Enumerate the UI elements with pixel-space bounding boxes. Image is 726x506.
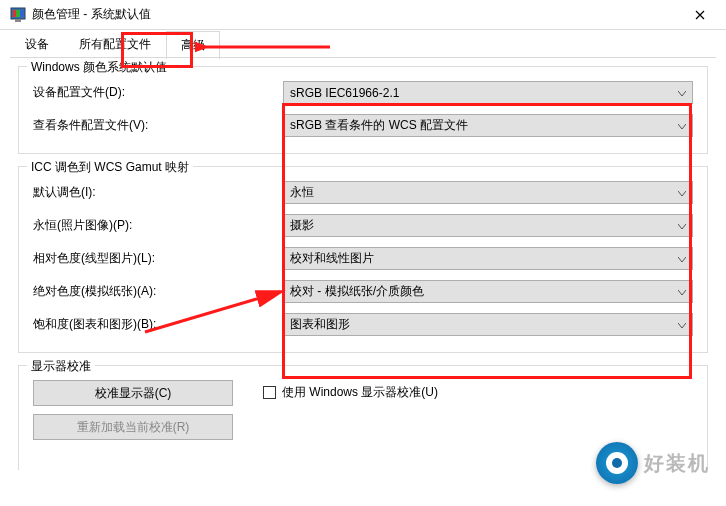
- legend-icc-gamut: ICC 调色到 WCS Gamut 映射: [27, 159, 193, 176]
- label-device-profile: 设备配置文件(D):: [33, 84, 283, 101]
- label-sat: 饱和度(图表和图形)(B):: [33, 316, 283, 333]
- tab-devices[interactable]: 设备: [10, 30, 64, 58]
- use-windows-calib-checkbox[interactable]: [263, 386, 276, 399]
- label-perm-photo: 永恒(照片图像)(P):: [33, 217, 283, 234]
- dropdown-default-intent[interactable]: 永恒: [283, 181, 693, 204]
- dropdown-perm-photo-value: 摄影: [290, 217, 314, 234]
- svg-rect-3: [16, 10, 20, 17]
- app-icon: [10, 7, 26, 23]
- tab-strip: 设备 所有配置文件 高级: [0, 30, 726, 58]
- chevron-down-icon: [678, 219, 686, 233]
- watermark-text: 好装机: [644, 450, 710, 477]
- window-title: 颜色管理 - 系统默认值: [32, 6, 677, 23]
- chevron-down-icon: [678, 186, 686, 200]
- dropdown-view-cond-value: sRGB 查看条件的 WCS 配置文件: [290, 117, 468, 134]
- dropdown-abs-col-value: 校对 - 模拟纸张/介质颜色: [290, 283, 424, 300]
- tab-underline: [10, 57, 716, 58]
- fieldset-wcs-defaults: Windows 颜色系统默认值 设备配置文件(D): sRGB IEC61966…: [18, 66, 708, 154]
- watermark-logo: [596, 442, 638, 484]
- chevron-down-icon: [678, 318, 686, 332]
- close-icon: [695, 10, 705, 20]
- use-windows-calib-label: 使用 Windows 显示器校准(U): [282, 384, 438, 401]
- dropdown-device-profile[interactable]: sRGB IEC61966-2.1: [283, 81, 693, 104]
- dropdown-view-cond[interactable]: sRGB 查看条件的 WCS 配置文件: [283, 114, 693, 137]
- content-area: Windows 颜色系统默认值 设备配置文件(D): sRGB IEC61966…: [0, 58, 726, 490]
- svg-rect-2: [13, 10, 16, 17]
- legend-display-calib: 显示器校准: [27, 358, 95, 375]
- dropdown-default-intent-value: 永恒: [290, 184, 314, 201]
- chevron-down-icon: [678, 285, 686, 299]
- dropdown-rel-col[interactable]: 校对和线性图片: [283, 247, 693, 270]
- svg-rect-4: [20, 10, 23, 17]
- legend-wcs-defaults: Windows 颜色系统默认值: [27, 59, 171, 76]
- chevron-down-icon: [678, 119, 686, 133]
- tab-advanced[interactable]: 高级: [166, 31, 220, 59]
- chevron-down-icon: [678, 86, 686, 100]
- titlebar: 颜色管理 - 系统默认值: [0, 0, 726, 30]
- label-default-intent: 默认调色(I):: [33, 184, 283, 201]
- calibrate-display-button[interactable]: 校准显示器(C): [33, 380, 233, 406]
- close-button[interactable]: [677, 0, 722, 30]
- label-view-cond: 查看条件配置文件(V):: [33, 117, 283, 134]
- reload-calibration-button[interactable]: 重新加载当前校准(R): [33, 414, 233, 440]
- label-rel-col: 相对色度(线型图片)(L):: [33, 250, 283, 267]
- dropdown-rel-col-value: 校对和线性图片: [290, 250, 374, 267]
- watermark: 好装机: [596, 442, 710, 484]
- dropdown-sat[interactable]: 图表和图形: [283, 313, 693, 336]
- label-abs-col: 绝对色度(模拟纸张)(A):: [33, 283, 283, 300]
- svg-rect-5: [15, 19, 21, 22]
- fieldset-icc-gamut: ICC 调色到 WCS Gamut 映射 默认调色(I): 永恒 永恒(照片图像…: [18, 166, 708, 353]
- dropdown-device-profile-value: sRGB IEC61966-2.1: [290, 86, 399, 100]
- tab-all-profiles[interactable]: 所有配置文件: [64, 30, 166, 58]
- dropdown-perm-photo[interactable]: 摄影: [283, 214, 693, 237]
- dropdown-abs-col[interactable]: 校对 - 模拟纸张/介质颜色: [283, 280, 693, 303]
- dropdown-sat-value: 图表和图形: [290, 316, 350, 333]
- chevron-down-icon: [678, 252, 686, 266]
